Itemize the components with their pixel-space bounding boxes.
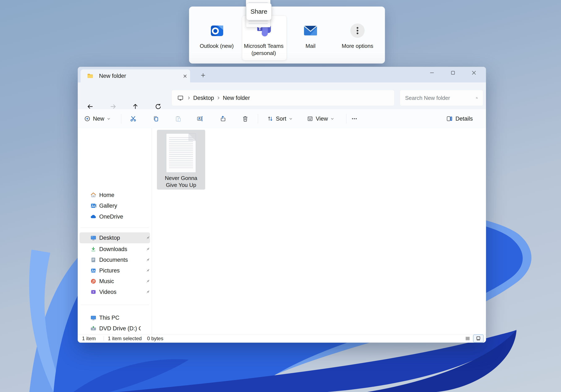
list-view-icon <box>465 336 471 341</box>
command-toolbar: New <box>78 109 486 128</box>
sidebar-item-downloads[interactable]: Downloads <box>79 244 150 255</box>
new-button[interactable]: New <box>81 112 114 126</box>
close-window-button[interactable] <box>467 68 481 78</box>
icons-view-icon <box>476 336 481 341</box>
chevron-down-icon <box>107 117 111 121</box>
search-icon[interactable] <box>476 95 478 101</box>
sidebar-item-gallery[interactable]: Gallery <box>79 200 150 211</box>
breadcrumb-desktop[interactable]: Desktop <box>191 95 216 101</box>
share-target-label: Outlook (new) <box>194 42 240 50</box>
search-input[interactable] <box>400 95 476 102</box>
chevron-down-icon <box>289 117 293 121</box>
new-tab-button[interactable] <box>198 71 208 80</box>
sidebar-item-onedrive[interactable]: OneDrive <box>79 211 150 222</box>
sidebar-item-label: Gallery <box>99 203 141 209</box>
chevron-right-icon <box>216 96 221 100</box>
this-pc-icon <box>90 314 97 321</box>
share-target-outlook[interactable]: Outlook (new) <box>194 7 240 63</box>
sidebar-item-label: Documents <box>99 257 141 263</box>
share-target-label: Mail <box>287 42 334 50</box>
pin-icon <box>145 279 151 284</box>
rename-button[interactable] <box>193 112 207 126</box>
share-target-mail[interactable]: Mail <box>287 7 334 63</box>
sidebar-item-pictures[interactable]: Pictures <box>79 265 150 276</box>
details-button[interactable]: Details <box>443 112 476 126</box>
navigation-bar: Desktop New folder <box>78 82 486 109</box>
sort-button-label: Sort <box>276 116 286 122</box>
paste-clipboard-icon <box>175 115 182 122</box>
sidebar-item-videos[interactable]: Videos <box>79 286 150 297</box>
share-tooltip-text: Share <box>250 8 267 15</box>
breadcrumb[interactable]: Desktop New folder <box>172 90 394 106</box>
details-view-toggle[interactable] <box>464 335 472 342</box>
sidebar-item-label: Home <box>99 192 141 198</box>
videos-icon <box>90 289 97 295</box>
sidebar-item-this-pc[interactable]: This PC <box>79 312 150 323</box>
view-button[interactable]: View <box>304 112 337 126</box>
minimize-icon <box>429 70 435 75</box>
item-count: 1 item <box>82 334 96 343</box>
tab-title: New folder <box>99 69 126 82</box>
view-icon <box>307 116 313 122</box>
maximize-button[interactable] <box>446 68 460 78</box>
breadcrumb-current-folder[interactable]: New folder <box>221 95 252 101</box>
close-icon <box>471 70 477 76</box>
share-button[interactable] <box>216 112 229 126</box>
refresh-icon <box>155 103 162 110</box>
file-item-selected[interactable]: Never Gonna Give You Up <box>157 130 205 190</box>
large-icons-view-toggle[interactable] <box>473 335 484 342</box>
delete-trash-icon <box>242 115 248 122</box>
sidebar-item-home[interactable]: Home <box>79 190 150 201</box>
sort-button[interactable]: Sort <box>264 112 296 126</box>
home-icon <box>90 192 97 198</box>
tab-strip: New folder <box>78 67 486 82</box>
downloads-icon <box>90 246 97 253</box>
sidebar-item-documents[interactable]: Documents <box>79 254 150 265</box>
pin-icon <box>145 268 151 273</box>
new-plus-icon <box>84 116 90 122</box>
text-document-icon <box>166 133 196 173</box>
sidebar-item-label: DVD Drive (D:) CCCC <box>99 325 141 332</box>
share-flyout: Outlook (new) Microsoft Teams (personal) <box>189 7 385 64</box>
sidebar-item-label: Music <box>99 278 141 285</box>
minimize-button[interactable] <box>425 68 439 78</box>
delete-button[interactable] <box>238 112 252 126</box>
tab-close-button[interactable] <box>180 72 190 80</box>
cut-scissors-icon <box>130 115 137 122</box>
up-arrow-icon <box>132 103 139 110</box>
chevron-down-icon <box>330 117 334 121</box>
page-fold <box>188 133 196 141</box>
file-explorer-window: New folder <box>78 67 486 343</box>
share-target-label: Microsoft Teams (personal) <box>241 42 287 57</box>
sidebar-item-desktop[interactable]: Desktop <box>79 232 150 243</box>
ellipsis-icon <box>351 116 357 122</box>
status-divider <box>104 336 104 341</box>
music-icon <box>90 278 97 285</box>
pin-icon <box>145 235 151 240</box>
more-options-icon <box>334 22 381 39</box>
navigation-pane: Home Gallery <box>78 128 152 334</box>
paste-button[interactable] <box>172 112 185 126</box>
tab-new-folder[interactable]: New folder <box>81 69 190 82</box>
plus-icon <box>200 72 206 78</box>
new-button-label: New <box>93 116 104 122</box>
pin-icon <box>145 289 151 295</box>
details-button-label: Details <box>455 116 473 122</box>
sidebar-item-label: This PC <box>99 315 141 321</box>
sidebar-item-dvd-drive[interactable]: DVD Drive (D:) CCCC <box>79 323 150 334</box>
rename-icon <box>197 115 203 122</box>
sidebar-item-label: Downloads <box>99 246 141 253</box>
share-tooltip: Share <box>246 3 271 20</box>
see-more-button[interactable] <box>348 112 361 126</box>
share-more-options[interactable]: More options <box>334 7 381 63</box>
selection-count: 1 item selected <box>108 334 142 343</box>
copy-button[interactable] <box>149 112 162 126</box>
forward-arrow-icon <box>109 103 117 110</box>
file-list-area[interactable]: Never Gonna Give You Up <box>152 128 486 334</box>
cut-button[interactable] <box>127 112 140 126</box>
sidebar-item-music[interactable]: Music <box>79 276 150 287</box>
outlook-icon <box>194 22 240 39</box>
documents-icon <box>90 256 97 263</box>
folder-icon <box>86 72 94 79</box>
desktop: Outlook (new) Microsoft Teams (personal) <box>0 0 561 392</box>
